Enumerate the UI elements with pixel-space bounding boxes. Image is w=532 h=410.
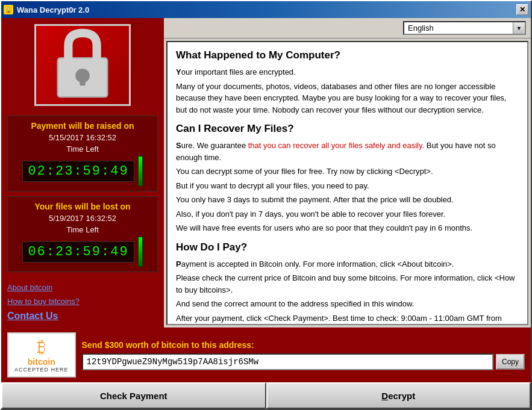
- bottom-panel: ₿ bitcoin ACCEPTED HERE Send $300 worth …: [1, 328, 531, 409]
- timer-payment-bar: [138, 156, 143, 186]
- section2-para5: Also, if you don't pay in 7 days, you wo…: [176, 208, 519, 220]
- timer-lost: Your files will be lost on 5/19/2017 16:…: [7, 196, 158, 272]
- section3-title: How Do I Pay?: [176, 241, 519, 253]
- language-selector[interactable]: ▼: [403, 21, 526, 35]
- links-section: About bitcoin How to buy bitcoins? Conta…: [7, 277, 158, 321]
- bitcoin-brand: bitcoin: [28, 357, 55, 367]
- section1-title: What Happened to My Computer?: [176, 49, 519, 61]
- content-area[interactable]: What Happened to My Computer? Your impor…: [166, 41, 528, 325]
- top-bar: ▼: [164, 18, 531, 39]
- timer-payment-label: Time Left: [13, 144, 152, 154]
- section3-para4: After your payment, click <Check Payment…: [176, 312, 519, 326]
- section1-para2: Many of your documents, photos, videos, …: [176, 81, 519, 116]
- copy-button[interactable]: Copy: [496, 354, 525, 370]
- timer-payment-title: Payment will be raised on: [13, 121, 152, 131]
- timer-payment-display: 02:23:59:49: [22, 161, 134, 182]
- section2-para2: You can decrypt some of your files for f…: [176, 166, 519, 178]
- section2-para6: We will have free events for users who a…: [176, 222, 519, 234]
- language-input[interactable]: [404, 22, 513, 34]
- section1-para1: Your important files are encrypted.: [176, 66, 519, 78]
- timer-payment-date: 5/15/2017 16:32:52: [13, 133, 152, 142]
- action-buttons: Check Payment Decrypt: [1, 382, 531, 409]
- timer-payment: Payment will be raised on 5/15/2017 16:3…: [7, 116, 158, 191]
- timer-lost-title: Your files will be lost on: [13, 202, 152, 211]
- svg-rect-2: [80, 76, 85, 86]
- title-bar: 🔒 Wana Decrypt0r 2.0 ✕: [1, 1, 531, 18]
- timer-lost-date: 5/19/2017 16:32:52: [13, 214, 152, 223]
- timer-lost-label: Time Left: [13, 225, 152, 234]
- bitcoin-subtext: ACCEPTED HERE: [14, 367, 69, 373]
- section2-para1: Sure. We guarantee that you can recover …: [176, 140, 519, 163]
- main-window: 🔒 Wana Decrypt0r 2.0 ✕ Payment will be r…: [0, 0, 532, 410]
- timer-lost-display: 06:23:59:49: [22, 241, 134, 262]
- lock-image: [34, 24, 131, 106]
- left-panel: Payment will be raised on 5/15/2017 16:3…: [1, 18, 164, 328]
- section3-para1: Payment is accepted in Bitcoin only. For…: [176, 258, 519, 270]
- section2-para3: But if you want to decrypt all your file…: [176, 180, 519, 192]
- send-title: Send $300 worth of bitcoin to this addre…: [82, 340, 525, 350]
- check-payment-button[interactable]: Check Payment: [1, 382, 266, 409]
- decrypt-button[interactable]: Decrypt: [266, 382, 531, 409]
- bitcoin-logo: ₿ bitcoin ACCEPTED HERE: [7, 332, 76, 377]
- bitcoin-section: ₿ bitcoin ACCEPTED HERE Send $300 worth …: [1, 328, 531, 382]
- close-button[interactable]: ✕: [516, 4, 528, 15]
- section2-para4: You only have 3 days to submit the payme…: [176, 194, 519, 206]
- app-icon: 🔒: [4, 5, 13, 14]
- contact-us-link[interactable]: Contact Us: [7, 311, 158, 321]
- about-bitcoin-link[interactable]: About bitcoin: [7, 283, 158, 292]
- window-title: Wana Decrypt0r 2.0: [17, 5, 89, 14]
- section3-para3: And send the correct amount to the addre…: [176, 298, 519, 310]
- bitcoin-address-field[interactable]: [82, 353, 493, 370]
- timer-lost-bar: [138, 237, 143, 267]
- right-panel: ▼ What Happened to My Computer? Your imp…: [164, 18, 531, 328]
- how-to-buy-link[interactable]: How to buy bitcoins?: [7, 297, 158, 306]
- section3-para2: Please check the current price of Bitcoi…: [176, 272, 519, 296]
- language-dropdown-arrow[interactable]: ▼: [513, 22, 525, 34]
- bitcoin-icon: ₿: [37, 337, 46, 357]
- main-content: Payment will be raised on 5/15/2017 16:3…: [1, 18, 531, 328]
- section2-title: Can I Recover My Files?: [176, 123, 519, 135]
